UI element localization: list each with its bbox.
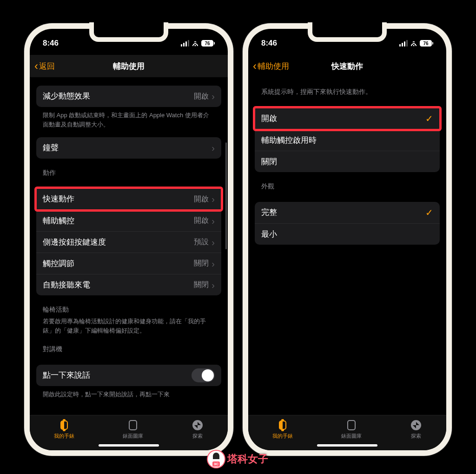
back-label: 返回 <box>39 61 55 72</box>
row-assistive-touch[interactable]: 輔助觸控 開啟› <box>36 210 221 231</box>
scroll-indicator[interactable] <box>225 142 227 249</box>
cell-label: 輔助觸控 <box>43 216 74 226</box>
check-icon: ✓ <box>425 113 433 124</box>
cell-label: 關閉 <box>261 157 277 167</box>
appearance-full[interactable]: 完整 ✓ <box>255 202 440 223</box>
cell-value: 開啟 <box>194 216 209 226</box>
option-on[interactable]: 開啟 ✓ <box>255 108 440 129</box>
cell-label: 側邊按鈕按鍵速度 <box>43 237 106 247</box>
chevron-right-icon: › <box>212 143 215 153</box>
cell-label: 完整 <box>261 207 277 218</box>
signal-icon <box>399 40 408 47</box>
row-chimes[interactable]: 鐘聲 › <box>36 137 221 159</box>
content-area[interactable]: 系統提示時，捏兩下來執行快速動作。 開啟 ✓ 輔助觸控啟用時 關閉 <box>248 77 446 415</box>
option-off[interactable]: 關閉 <box>255 151 440 172</box>
cell-label: 自動接聽來電 <box>43 280 90 290</box>
row-auto-answer[interactable]: 自動接聽來電 關閉› <box>36 274 221 295</box>
chevron-left-icon: ‹ <box>253 60 257 72</box>
page-title: 快速動作 <box>331 61 363 72</box>
section-wheelchair: 輪椅活動 <box>36 295 221 317</box>
notch <box>89 22 168 42</box>
row-quick-actions[interactable]: 快速動作 開啟› <box>36 188 221 210</box>
cell-label: 鐘聲 <box>43 143 59 153</box>
back-label: 輔助使用 <box>258 61 289 72</box>
chevron-left-icon: ‹ <box>34 60 38 72</box>
cell-label: 最小 <box>261 229 277 240</box>
cell-label: 快速動作 <box>43 194 74 204</box>
chevron-right-icon: › <box>212 259 215 268</box>
tab-my-watch[interactable]: 我的手錶 <box>54 419 74 440</box>
cell-label: 點一下來說話 <box>43 370 90 381</box>
notch <box>308 22 387 42</box>
tab-label: 錶面圖庫 <box>123 433 143 440</box>
watermark-avatar-icon <box>208 451 225 467</box>
home-indicator[interactable] <box>317 444 377 447</box>
cell-value: 關閉 <box>194 259 209 268</box>
page-title: 輔助使用 <box>113 61 145 72</box>
row-tap-to-speak[interactable]: 點一下來說話 <box>36 365 221 386</box>
option-when-assistive-touch[interactable]: 輔助觸控啟用時 <box>255 129 440 151</box>
back-button[interactable]: ‹ 輔助使用 <box>253 60 289 72</box>
cell-value: 關閉 <box>194 280 209 290</box>
back-button[interactable]: ‹ 返回 <box>34 60 55 72</box>
tab-discover[interactable]: 探索 <box>410 419 422 440</box>
nav-bar: ‹ 返回 輔助使用 <box>30 55 228 77</box>
gallery-icon <box>129 420 137 430</box>
tab-gallery[interactable]: 錶面圖庫 <box>341 419 362 440</box>
watermark-text: 塔科女子 <box>227 452 268 466</box>
gallery-icon <box>347 420 356 430</box>
toggle-tap-to-speak[interactable] <box>192 368 215 382</box>
cell-value: 預設 <box>194 237 209 247</box>
watch-icon <box>60 421 68 430</box>
content-area[interactable]: 減少動態效果 開啟› 限制 App 啟動或結束時，和主畫面上的 Apple Wa… <box>30 77 228 415</box>
tab-discover[interactable]: 探索 <box>192 419 204 440</box>
cell-label: 輔助觸控啟用時 <box>261 135 317 146</box>
chevron-right-icon: › <box>212 92 215 101</box>
wifi-icon <box>410 40 417 46</box>
wifi-icon <box>192 40 199 46</box>
tab-label: 探索 <box>411 433 421 440</box>
tab-label: 探索 <box>192 433 203 440</box>
cell-label: 觸控調節 <box>43 259 74 269</box>
chevron-right-icon: › <box>212 280 215 290</box>
quick-actions-header: 系統提示時，捏兩下來執行快速動作。 <box>255 77 440 100</box>
tap-to-speak-footer: 開啟此設定時，點一下來開始說話，再點一下來 <box>36 386 221 399</box>
reduce-motion-footer: 限制 App 啟動或結束時，和主畫面上的 Apple Watch 使用者介面動畫… <box>36 107 221 129</box>
section-appearance: 外觀 <box>255 172 440 194</box>
cell-value: 開啟 <box>194 194 209 204</box>
home-indicator[interactable] <box>99 444 159 447</box>
nav-bar: ‹ 輔助使用 快速動作 <box>248 55 446 77</box>
cell-value: 開啟 <box>194 92 209 101</box>
status-time: 8:46 <box>261 39 277 48</box>
wheelchair-footer: 若要啟用專為輪椅活動設計的健康和健身功能，請在「我的手錶」的「健康」下編輯輪椅偏… <box>36 317 221 335</box>
tab-gallery[interactable]: 錶面圖庫 <box>123 419 143 440</box>
section-walkie-talkie: 對講機 <box>36 335 221 356</box>
watch-icon <box>279 421 286 430</box>
battery-icon: 76 <box>420 40 433 47</box>
watermark: 塔科女子 <box>208 451 268 467</box>
compass-icon <box>411 420 421 430</box>
chevron-right-icon: › <box>212 194 215 204</box>
compass-icon <box>192 420 203 430</box>
chevron-right-icon: › <box>212 238 215 247</box>
row-reduce-motion[interactable]: 減少動態效果 開啟› <box>36 86 221 107</box>
section-actions: 動作 <box>36 159 221 180</box>
tab-label: 我的手錶 <box>54 433 74 440</box>
tab-label: 我的手錶 <box>272 433 293 440</box>
check-icon: ✓ <box>425 207 433 218</box>
tab-label: 錶面圖庫 <box>341 433 362 440</box>
chevron-right-icon: › <box>212 216 215 226</box>
phone-right: 8:46 76 ‹ 輔助使用 快速動作 系統提示時，捏兩下來執 <box>243 23 452 456</box>
row-touch-accommodation[interactable]: 觸控調節 關閉› <box>36 253 221 274</box>
row-side-button-speed[interactable]: 側邊按鈕按鍵速度 預設› <box>36 231 221 253</box>
phone-left: 8:46 76 ‹ 返回 輔助使用 <box>24 23 233 456</box>
tab-my-watch[interactable]: 我的手錶 <box>272 419 293 440</box>
cell-label: 減少動態效果 <box>43 91 90 101</box>
battery-icon: 76 <box>201 40 215 47</box>
signal-icon <box>181 40 189 47</box>
status-time: 8:46 <box>43 39 59 48</box>
appearance-minimal[interactable]: 最小 <box>255 223 440 245</box>
cell-label: 開啟 <box>261 113 277 124</box>
